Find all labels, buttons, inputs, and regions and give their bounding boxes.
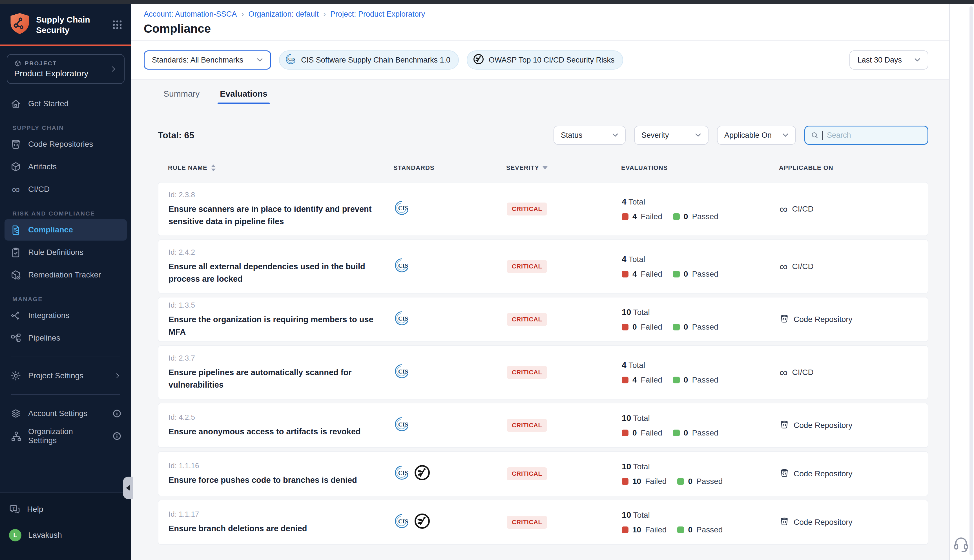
severity-badge: CRITICAL (507, 260, 547, 273)
column-header-rule-name[interactable]: RULE NAME (168, 164, 394, 172)
standards-dropdown[interactable]: Standards: All Benchmarks (144, 50, 271, 70)
tab-summary[interactable]: Summary (163, 89, 200, 104)
collapse-arrow-icon (126, 485, 130, 491)
evaluations-cell: 4 Total 4Failed 0Passed (622, 360, 779, 385)
brand: Supply Chain Security (0, 4, 131, 42)
chevron-down-icon (782, 133, 789, 137)
applicable-on-cell: Code Repository (779, 468, 928, 480)
sidebar-item-pipelines[interactable]: Pipelines (5, 327, 127, 349)
sidebar-item-project-settings[interactable]: Project Settings (5, 365, 127, 387)
breadcrumb-project[interactable]: Project: Product Exploratory (330, 10, 425, 18)
project-selector[interactable]: PROJECT Product Exploratory (7, 54, 125, 84)
rule-id: Id: 4.2.5 (168, 413, 394, 422)
applicable-on-cell: Code Repository (779, 314, 928, 325)
search-input[interactable] (827, 131, 922, 140)
app-grid-icon[interactable] (111, 18, 123, 31)
table-row[interactable]: Id: 1.1.16 Ensure force pushes code to b… (158, 451, 928, 496)
passed-swatch (673, 271, 680, 277)
breadcrumb-account[interactable]: Account: Automation-SSCA (144, 10, 237, 18)
infinity-icon: ∞ (10, 184, 22, 195)
chevron-right-icon (109, 65, 117, 73)
scrollbar[interactable] (969, 6, 973, 555)
rule-name: Ensure anonymous access to artifacts is … (168, 426, 374, 438)
cis-benchmark-chip[interactable]: CIS CIS Software Supply Chain Benchmarks… (279, 50, 459, 70)
right-gutter (949, 4, 974, 560)
applicable-on-filter-dropdown[interactable]: Applicable On (717, 126, 796, 145)
cis-standard-icon: CIS (394, 310, 410, 328)
table-row[interactable]: Id: 2.4.2 Ensure all external dependenci… (158, 240, 928, 293)
owasp-chip[interactable]: OWASP Top 10 CI/CD Security Risks (467, 50, 623, 70)
column-header-applicable-on: APPLICABLE ON (779, 164, 928, 172)
code-repository-icon (10, 138, 22, 150)
search-box (804, 126, 928, 145)
svg-text:CIS: CIS (398, 368, 408, 375)
sidebar-item-compliance[interactable]: Compliance (5, 219, 127, 240)
shield-logo-icon (9, 12, 30, 38)
table-header: RULE NAME STANDARDS SEVERITY EVALUATIONS… (158, 162, 928, 174)
main-content: Account: Automation-SSCA › Organization:… (131, 4, 949, 560)
sidebar-item-account-settings[interactable]: Account Settings (5, 403, 127, 424)
info-icon[interactable] (113, 432, 121, 440)
sidebar-item-artifacts[interactable]: Artifacts (5, 156, 127, 177)
table-row[interactable]: Id: 2.3.7 Ensure pipelines are automatic… (158, 345, 928, 400)
table-row[interactable]: Id: 2.3.8 Ensure scanners are in place t… (158, 182, 928, 236)
cis-standard-icon: CIS (394, 513, 410, 531)
info-icon[interactable] (113, 409, 121, 418)
sidebar-item-cicd[interactable]: ∞ CI/CD (5, 178, 127, 200)
help-chat-icon: ? (9, 504, 20, 515)
home-icon (10, 98, 22, 109)
severity-filter-dropdown[interactable]: Severity (634, 126, 709, 145)
code-repository-icon (779, 468, 789, 480)
failed-swatch (622, 527, 629, 533)
status-filter-dropdown[interactable]: Status (554, 126, 625, 145)
date-range-dropdown[interactable]: Last 30 Days (849, 50, 928, 70)
gear-icon (10, 370, 22, 382)
support-headset-icon[interactable] (952, 535, 969, 552)
user-menu[interactable]: L Lavakush (9, 526, 122, 545)
sidebar-item-remediation-tracker[interactable]: Remediation Tracker (5, 264, 127, 286)
breadcrumb-separator: › (241, 10, 244, 18)
svg-text:CIS: CIS (398, 421, 408, 428)
pipelines-icon (10, 332, 22, 344)
applicable-on-cell: ∞ CI/CD (779, 367, 928, 378)
table-row[interactable]: Id: 1.1.17 Ensure branch deletions are d… (158, 500, 928, 545)
project-name: Product Exploratory (14, 69, 109, 78)
passed-swatch (673, 324, 680, 330)
sidebar-collapse-handle[interactable] (123, 477, 133, 499)
table-row[interactable]: Id: 1.3.5 Ensure the organization is req… (158, 297, 928, 342)
sidebar-item-code-repositories[interactable]: Code Repositories (5, 133, 127, 155)
integrations-icon (10, 310, 22, 321)
cis-standard-icon: CIS (394, 416, 410, 434)
sidebar-item-organization-settings[interactable]: Organization Settings (5, 425, 127, 447)
evaluations-cell: 4 Total 4Failed 0Passed (622, 254, 779, 278)
sidebar-item-integrations[interactable]: Integrations (5, 305, 127, 326)
sort-up-down-icon (211, 165, 216, 171)
svg-text:CIS: CIS (398, 470, 408, 476)
chevron-down-icon (914, 58, 921, 62)
standards-filter-bar: Standards: All Benchmarks CIS CIS Softwa… (131, 40, 949, 80)
breadcrumb-organization[interactable]: Organization: default (249, 10, 319, 18)
tab-evaluations[interactable]: Evaluations (220, 89, 267, 104)
svg-text:CIS: CIS (398, 262, 408, 269)
sort-desc-icon (542, 166, 548, 170)
table-row[interactable]: Id: 4.2.5 Ensure anonymous access to art… (158, 403, 928, 448)
search-icon (811, 131, 819, 140)
cis-standard-icon: CIS (394, 200, 410, 218)
app-root: Supply Chain Security PROJECT (0, 0, 974, 560)
chevron-down-icon (257, 58, 263, 62)
column-header-severity[interactable]: SEVERITY (506, 164, 621, 172)
cis-standard-icon: CIS (394, 363, 410, 382)
rule-name: Ensure the organization is requiring mem… (168, 313, 374, 338)
sidebar-item-rule-definitions[interactable]: Rule Definitions (5, 242, 127, 263)
failed-swatch (622, 213, 629, 220)
tabs: Summary Evaluations (163, 80, 928, 104)
sidebar-item-get-started[interactable]: Get Started (5, 93, 127, 114)
chevron-down-icon (695, 133, 701, 137)
owasp-standard-icon (414, 464, 430, 483)
sidebar-bottom: ? Help L Lavakush (0, 492, 131, 560)
page-title: Compliance (144, 22, 937, 35)
rule-id: Id: 2.4.2 (168, 248, 394, 257)
failed-swatch (622, 324, 629, 330)
rule-name: Ensure all external dependencies used in… (168, 260, 374, 285)
help-button[interactable]: ? Help (9, 500, 122, 519)
